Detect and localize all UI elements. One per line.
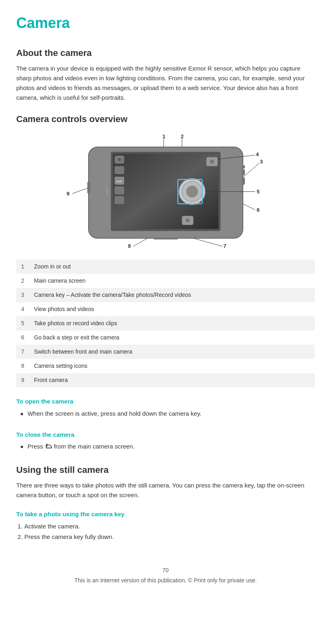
open-camera-text: When the screen is active, press and hol… (28, 409, 201, 419)
close-camera-bullet: • Press from the main camera screen. (16, 442, 315, 453)
still-camera-body: There are three ways to take photos with… (16, 481, 315, 500)
take-photo-steps: Activate the camera.Press the camera key… (16, 522, 315, 542)
svg-rect-21 (242, 165, 245, 169)
svg-text:HDR: HDR (116, 180, 122, 183)
svg-line-38 (133, 238, 147, 247)
close-camera-text: Press from the main camera screen. (28, 442, 135, 451)
open-camera-heading: To open the camera (16, 397, 315, 406)
svg-rect-9 (115, 187, 124, 194)
footer-note: This is an Internet version of this publ… (16, 576, 315, 585)
svg-text:2: 2 (181, 134, 184, 140)
table-row: 4View photos and videos (16, 302, 315, 316)
table-row: 1Zoom in or out (16, 260, 315, 274)
svg-text:6: 6 (257, 207, 260, 213)
camera-diagram: HDR SONY (16, 134, 315, 255)
table-row: 6Go back a step or exit the camera (16, 331, 315, 345)
page-title: Camera (16, 12, 315, 34)
open-camera-bullet: • When the screen is active, press and h… (16, 409, 315, 421)
back-icon (45, 443, 52, 450)
svg-text:1: 1 (162, 134, 165, 140)
table-row: 5Take photos or record video clips (16, 316, 315, 331)
table-row: 2Main camera screen (16, 274, 315, 288)
table-row: 7Switch between front and main camera (16, 345, 315, 359)
svg-line-28 (243, 163, 259, 178)
svg-rect-20 (242, 170, 245, 176)
svg-line-36 (193, 238, 223, 247)
svg-rect-22 (154, 238, 178, 240)
controls-table: 1Zoom in or out2Main camera screen3Camer… (16, 260, 315, 387)
svg-point-17 (185, 218, 190, 223)
table-row: 9Front camera (16, 373, 315, 387)
list-item: Press the camera key fully down. (24, 532, 315, 542)
svg-text:4: 4 (256, 151, 259, 157)
about-body: The camera in your device is equipped wi… (16, 64, 315, 103)
controls-heading: Camera controls overview (16, 112, 315, 126)
list-item: Activate the camera. (24, 522, 315, 531)
svg-text:3: 3 (260, 159, 263, 165)
svg-text:8: 8 (128, 243, 131, 249)
bullet-dot-close: • (20, 440, 24, 453)
close-camera-heading: To close the camera (16, 430, 315, 440)
svg-text:7: 7 (223, 243, 226, 249)
svg-rect-10 (115, 197, 124, 204)
svg-rect-19 (242, 178, 245, 185)
about-heading: About the camera (16, 46, 315, 60)
svg-rect-6 (115, 167, 124, 174)
svg-line-40 (72, 188, 89, 194)
table-row: 8Camera setting icons (16, 359, 315, 373)
svg-line-34 (243, 204, 255, 210)
footer-page: 70 (16, 566, 315, 575)
svg-text:9: 9 (67, 191, 69, 197)
svg-text:SONY: SONY (105, 185, 109, 195)
svg-point-5 (117, 158, 121, 162)
take-photo-heading: To take a photo using the camera key (16, 510, 315, 519)
svg-point-15 (210, 159, 214, 164)
still-camera-heading: Using the still camera (16, 463, 315, 477)
table-row: 3Camera key – Activate the camera/Take p… (16, 288, 315, 302)
svg-text:5: 5 (257, 189, 260, 195)
svg-point-13 (186, 186, 198, 197)
bullet-dot-open: • (20, 407, 24, 421)
footer: 70 This is an Internet version of this p… (16, 566, 315, 585)
